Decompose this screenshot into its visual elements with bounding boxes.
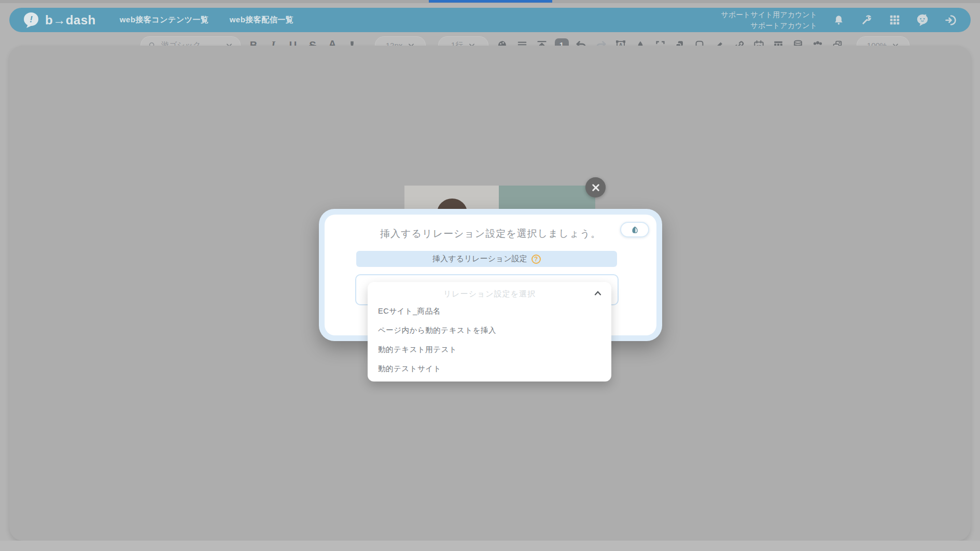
page-footer-area [0, 541, 980, 551]
header-nav: web接客コンテンツ一覧 web接客配信一覧 [120, 15, 294, 25]
account-user: サポートアカウント [721, 20, 817, 31]
brand-name: b→dash [45, 13, 96, 27]
modal-title: 挿入するリレーション設定を選択しましょう。 [325, 227, 656, 241]
relation-dropdown: リレーション設定を選択 ECサイト_商品名 ページ内から動的テキストを挿入 動的… [368, 282, 611, 382]
browser-loading-bar [429, 0, 552, 3]
beginner-mark-icon [631, 225, 639, 234]
brand-logo[interactable]: ! b→dash [23, 12, 96, 29]
modal-body: 挿入するリレーション設定を選択しましょう。 挿入するリレーション設定 ? リレー… [325, 215, 656, 335]
relation-select-placeholder: リレーション設定を選択 [443, 289, 536, 299]
account-info[interactable]: サポートサイト用アカウント サポートアカウント [721, 9, 817, 31]
app-header: ! b→dash web接客コンテンツ一覧 web接客配信一覧 サポートサイト用… [9, 8, 971, 32]
nav-web-delivery-list[interactable]: web接客配信一覧 [230, 15, 294, 25]
logout-icon[interactable] [944, 13, 957, 27]
support-chat-mascot-icon[interactable] [916, 13, 929, 27]
header-right: サポートサイト用アカウント サポートアカウント [721, 9, 957, 31]
notification-bell-icon[interactable] [832, 13, 845, 27]
beginner-guide-badge[interactable] [620, 222, 649, 237]
account-name: サポートサイト用アカウント [721, 9, 817, 20]
relation-option-4[interactable]: 動的テストサイト [368, 359, 611, 378]
close-icon [591, 183, 600, 192]
nav-web-contents-list[interactable]: web接客コンテンツ一覧 [120, 15, 209, 25]
relation-select-modal: 挿入するリレーション設定を選択しましょう。 挿入するリレーション設定 ? リレー… [319, 209, 662, 341]
relation-field-label-text: 挿入するリレーション設定 [432, 254, 527, 264]
settings-wrench-icon[interactable] [860, 13, 873, 27]
app-grid-icon[interactable] [888, 13, 901, 27]
modal-close-button[interactable] [585, 177, 606, 197]
relation-option-1[interactable]: ECサイト_商品名 [368, 302, 611, 321]
chevron-up-icon [593, 288, 603, 299]
brand-bubble-icon: ! [23, 12, 40, 29]
relation-option-3[interactable]: 動的テキスト用テスト [368, 340, 611, 359]
svg-text:!: ! [30, 15, 33, 24]
help-icon[interactable]: ? [531, 255, 541, 264]
relation-field-label: 挿入するリレーション設定 ? [356, 251, 617, 267]
relation-option-2[interactable]: ページ内から動的テキストを挿入 [368, 321, 611, 340]
relation-dropdown-header[interactable]: リレーション設定を選択 [368, 286, 611, 302]
top-strip [0, 0, 980, 3]
